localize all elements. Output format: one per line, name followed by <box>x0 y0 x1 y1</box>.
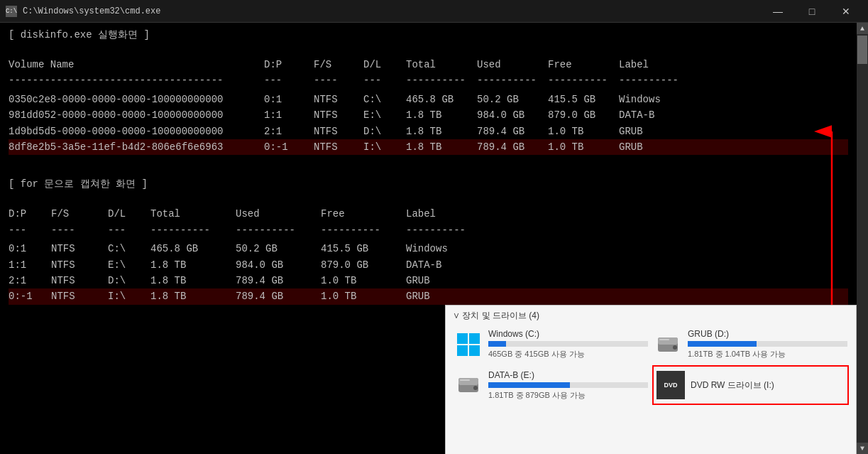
drive-bar-bg-windows <box>488 341 648 347</box>
title-bar: C:\ C:\Windows\system32\cmd.exe — □ ✕ <box>0 0 868 23</box>
table-row: 0350c2e8-0000-0000-0000-100000000000 0:1… <box>9 92 848 107</box>
bottom-table-header: D:P F/S D/L Total Used Free Label <box>9 206 848 222</box>
drive-size-windows: 465GB 중 415GB 사용 가능 <box>488 349 648 360</box>
top-table-header: Volume Name D:P F/S D/L Total Used Free … <box>9 57 848 72</box>
drive-item-grub[interactable]: GRUB (D:) 1.81TB 중 1.04TB 사용 가능 <box>651 325 850 364</box>
col-volname-header: Volume Name <box>9 57 264 72</box>
svg-rect-4 <box>457 333 468 344</box>
top-table-divider: ------------------------------------ ---… <box>9 72 848 88</box>
window-controls: — □ ✕ <box>762 0 862 23</box>
drive-name-datab: DATA-B (E:) <box>488 370 648 380</box>
drive-item-windows[interactable]: Windows (C:) 465GB 중 415GB 사용 가능 <box>451 325 651 364</box>
windows-icon <box>454 330 483 359</box>
svg-rect-11 <box>659 339 669 340</box>
svg-point-10 <box>673 345 677 350</box>
drive-size-datab: 1.81TB 중 879GB 사용 가능 <box>488 390 648 401</box>
drive-size-grub: 1.81TB 중 1.04TB 사용 가능 <box>688 349 847 360</box>
drive-name-grub: GRUB (D:) <box>688 329 847 339</box>
svg-point-14 <box>473 386 478 390</box>
dvd-label-text: DVD <box>664 382 677 389</box>
svg-rect-5 <box>469 333 480 344</box>
maximize-button[interactable]: □ <box>796 0 828 23</box>
drive-bar-bg-datab <box>488 382 648 388</box>
svg-rect-9 <box>658 337 678 345</box>
window-title: C:\Windows\system32\cmd.exe <box>23 6 160 16</box>
top-section: [ diskinfo.exe 실행화면 ] Volume Name D:P F/… <box>9 28 848 155</box>
svg-rect-15 <box>460 379 470 381</box>
col-label-header: Label <box>619 57 704 72</box>
table-row: 1d9bd5d5-0000-0000-0000-100000000000 2:1… <box>9 124 848 139</box>
drive-bar-bg-grub <box>688 341 847 347</box>
hdd-icon-grub <box>654 330 682 359</box>
col-used-header: Used <box>477 57 548 72</box>
dvd-icon: DVD <box>657 371 685 399</box>
table-row: 2:1 NTFS D:\ 1.8 TB 789.4 GB 1.0 TB GRUB <box>9 273 848 288</box>
explorer-header: ∨ 장치 및 드라이브 (4) <box>446 306 856 325</box>
table-row: 0:1 NTFS C:\ 465.8 GB 50.2 GB 415.5 GB W… <box>9 241 848 256</box>
col-dp-header: D:P <box>264 57 314 72</box>
hdd-icon-datab <box>454 371 483 399</box>
drive-name-dvd: DVD RW 드라이브 (I:) <box>691 379 845 391</box>
table-row: 1:1 NTFS E:\ 1.8 TB 984.0 GB 879.0 GB DA… <box>9 257 848 273</box>
col-fs-header: F/S <box>314 57 363 72</box>
title-bar-left: C:\ C:\Windows\system32\cmd.exe <box>6 6 160 17</box>
bottom-section-header: [ for 문으로 캡쳐한 화면 ] <box>9 178 848 190</box>
scroll-thumb[interactable] <box>857 36 867 64</box>
drive-info-windows: Windows (C:) 465GB 중 415GB 사용 가능 <box>488 329 648 360</box>
drive-bar-fill-datab <box>488 382 570 388</box>
svg-rect-7 <box>469 345 480 356</box>
drive-info-grub: GRUB (D:) 1.81TB 중 1.04TB 사용 가능 <box>688 329 847 360</box>
drive-info-dvd: DVD RW 드라이브 (I:) <box>691 379 845 391</box>
bottom-table-divider: --- ---- --- ---------- ---------- -----… <box>9 222 848 238</box>
col-free-header: Free <box>548 57 619 72</box>
drive-item-dvd[interactable]: DVD DVD RW 드라이브 (I:) <box>652 365 849 405</box>
cmd-icon: C:\ <box>6 6 17 17</box>
svg-rect-6 <box>457 345 468 356</box>
svg-rect-13 <box>458 378 478 385</box>
scroll-down-arrow[interactable]: ▼ <box>857 443 868 454</box>
drive-name-windows: Windows (C:) <box>488 329 648 339</box>
scroll-up-arrow[interactable]: ▲ <box>857 23 868 34</box>
top-section-header: [ diskinfo.exe 실행화면 ] <box>9 28 848 41</box>
close-button[interactable]: ✕ <box>830 0 862 23</box>
drive-info-datab: DATA-B (E:) 1.81TB 중 879GB 사용 가능 <box>488 370 648 401</box>
explorer-panel: ∨ 장치 및 드라이브 (4) Windows (C:) 465GB 중 415… <box>445 305 857 454</box>
drive-bar-fill-grub <box>688 341 757 347</box>
minimize-button[interactable]: — <box>762 0 794 23</box>
table-row-highlighted: 8df8e2b5-3a5e-11ef-b4d2-806e6f6e6963 0:-… <box>9 139 848 155</box>
table-row: 981dd052-0000-0000-0000-100000000000 1:1… <box>9 107 848 123</box>
scrollbar[interactable]: ▲ ▼ <box>857 23 868 454</box>
drive-bar-fill-windows <box>488 341 506 347</box>
col-dl-header: D/L <box>363 57 406 72</box>
bottom-section: [ for 문으로 캡쳐한 화면 ] D:P F/S D/L Total Use… <box>9 178 848 304</box>
table-row-highlighted-bottom: 0:-1 NTFS I:\ 1.8 TB 789.4 GB 1.0 TB GRU… <box>9 288 848 304</box>
drive-item-datab[interactable]: DATA-B (E:) 1.81TB 중 879GB 사용 가능 <box>451 364 651 406</box>
col-total-header: Total <box>406 57 477 72</box>
